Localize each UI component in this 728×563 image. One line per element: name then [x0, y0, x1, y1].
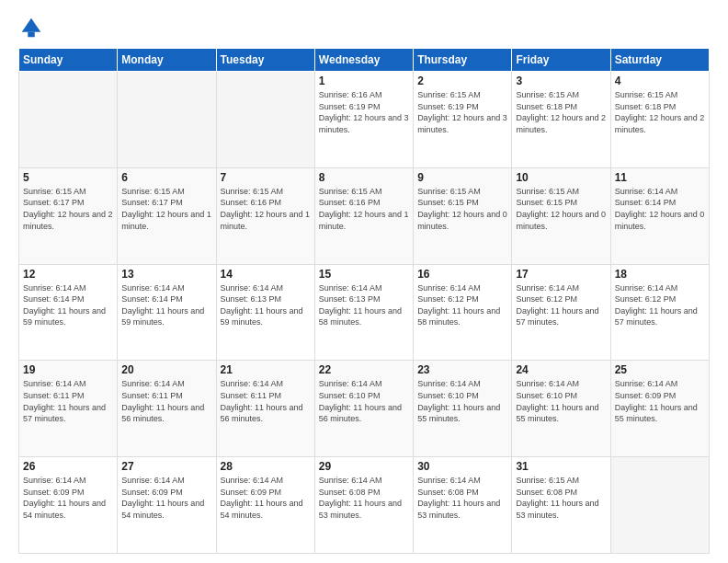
day-number: 22	[319, 363, 409, 376]
day-info: Sunrise: 6:14 AMSunset: 6:10 PMDaylight:…	[516, 378, 606, 424]
calendar-cell: 31Sunrise: 6:15 AMSunset: 6:08 PMDayligh…	[512, 457, 610, 554]
calendar-cell	[19, 72, 118, 168]
day-number: 11	[615, 171, 705, 184]
logo	[18, 15, 48, 40]
calendar-cell: 13Sunrise: 6:14 AMSunset: 6:14 PMDayligh…	[118, 264, 216, 361]
col-wednesday: Wednesday	[314, 49, 413, 72]
day-number: 28	[221, 460, 311, 473]
day-number: 8	[319, 171, 409, 184]
calendar-cell: 28Sunrise: 6:14 AMSunset: 6:09 PMDayligh…	[216, 457, 314, 554]
calendar-cell: 25Sunrise: 6:14 AMSunset: 6:09 PMDayligh…	[610, 361, 709, 457]
day-number: 3	[516, 75, 606, 87]
day-info: Sunrise: 6:14 AMSunset: 6:12 PMDaylight:…	[516, 282, 606, 328]
calendar-cell: 10Sunrise: 6:15 AMSunset: 6:15 PMDayligh…	[512, 167, 610, 264]
calendar-cell: 2Sunrise: 6:15 AMSunset: 6:19 PMDaylight…	[414, 72, 512, 168]
calendar-cell: 27Sunrise: 6:14 AMSunset: 6:09 PMDayligh…	[118, 457, 216, 554]
calendar-cell: 5Sunrise: 6:15 AMSunset: 6:17 PMDaylight…	[19, 167, 118, 264]
col-monday: Monday	[118, 49, 216, 72]
page: Sunday Monday Tuesday Wednesday Thursday…	[0, 0, 728, 563]
day-number: 26	[23, 460, 113, 473]
day-info: Sunrise: 6:14 AMSunset: 6:09 PMDaylight:…	[615, 378, 705, 424]
day-number: 20	[121, 363, 211, 376]
day-number: 9	[417, 171, 507, 184]
calendar-cell: 21Sunrise: 6:14 AMSunset: 6:11 PMDayligh…	[216, 361, 314, 457]
col-saturday: Saturday	[610, 49, 709, 72]
day-number: 27	[121, 460, 211, 473]
day-info: Sunrise: 6:14 AMSunset: 6:13 PMDaylight:…	[319, 282, 409, 328]
day-number: 15	[319, 268, 409, 281]
day-info: Sunrise: 6:15 AMSunset: 6:08 PMDaylight:…	[516, 475, 606, 521]
calendar-cell	[216, 72, 314, 168]
calendar-cell: 29Sunrise: 6:14 AMSunset: 6:08 PMDayligh…	[314, 457, 413, 554]
day-info: Sunrise: 6:14 AMSunset: 6:14 PMDaylight:…	[615, 186, 705, 232]
col-sunday: Sunday	[19, 49, 118, 72]
col-thursday: Thursday	[414, 49, 512, 72]
calendar-cell	[118, 72, 216, 168]
calendar-cell: 11Sunrise: 6:14 AMSunset: 6:14 PMDayligh…	[610, 167, 709, 264]
day-info: Sunrise: 6:14 AMSunset: 6:12 PMDaylight:…	[417, 282, 507, 328]
day-number: 16	[417, 268, 507, 281]
day-number: 18	[615, 268, 705, 281]
day-info: Sunrise: 6:14 AMSunset: 6:10 PMDaylight:…	[319, 378, 409, 424]
day-info: Sunrise: 6:15 AMSunset: 6:16 PMDaylight:…	[221, 186, 311, 232]
calendar-cell: 9Sunrise: 6:15 AMSunset: 6:15 PMDaylight…	[414, 167, 512, 264]
day-info: Sunrise: 6:15 AMSunset: 6:15 PMDaylight:…	[516, 186, 606, 232]
calendar-cell: 15Sunrise: 6:14 AMSunset: 6:13 PMDayligh…	[314, 264, 413, 361]
day-info: Sunrise: 6:14 AMSunset: 6:09 PMDaylight:…	[23, 475, 113, 521]
day-info: Sunrise: 6:16 AMSunset: 6:19 PMDaylight:…	[319, 89, 409, 135]
col-tuesday: Tuesday	[216, 49, 314, 72]
day-number: 29	[319, 460, 409, 473]
calendar-cell: 23Sunrise: 6:14 AMSunset: 6:10 PMDayligh…	[414, 361, 512, 457]
day-number: 21	[221, 363, 311, 376]
day-info: Sunrise: 6:14 AMSunset: 6:12 PMDaylight:…	[615, 282, 705, 328]
calendar-cell: 19Sunrise: 6:14 AMSunset: 6:11 PMDayligh…	[19, 361, 118, 457]
day-number: 1	[319, 75, 409, 87]
calendar-cell: 8Sunrise: 6:15 AMSunset: 6:16 PMDaylight…	[314, 167, 413, 264]
day-info: Sunrise: 6:15 AMSunset: 6:19 PMDaylight:…	[417, 89, 507, 135]
logo-icon	[18, 15, 44, 40]
calendar: Sunday Monday Tuesday Wednesday Thursday…	[18, 48, 710, 554]
day-info: Sunrise: 6:14 AMSunset: 6:13 PMDaylight:…	[221, 282, 311, 328]
calendar-cell: 1Sunrise: 6:16 AMSunset: 6:19 PMDaylight…	[314, 72, 413, 168]
day-number: 23	[417, 363, 507, 376]
day-info: Sunrise: 6:14 AMSunset: 6:10 PMDaylight:…	[417, 378, 507, 424]
day-info: Sunrise: 6:14 AMSunset: 6:14 PMDaylight:…	[121, 282, 211, 328]
calendar-cell: 7Sunrise: 6:15 AMSunset: 6:16 PMDaylight…	[216, 167, 314, 264]
calendar-cell: 14Sunrise: 6:14 AMSunset: 6:13 PMDayligh…	[216, 264, 314, 361]
calendar-week-4: 19Sunrise: 6:14 AMSunset: 6:11 PMDayligh…	[19, 361, 710, 457]
day-number: 4	[615, 75, 705, 87]
calendar-cell: 6Sunrise: 6:15 AMSunset: 6:17 PMDaylight…	[118, 167, 216, 264]
calendar-cell: 12Sunrise: 6:14 AMSunset: 6:14 PMDayligh…	[19, 264, 118, 361]
day-info: Sunrise: 6:14 AMSunset: 6:11 PMDaylight:…	[221, 378, 311, 424]
calendar-cell: 24Sunrise: 6:14 AMSunset: 6:10 PMDayligh…	[512, 361, 610, 457]
day-number: 30	[417, 460, 507, 473]
day-number: 25	[615, 363, 705, 376]
day-info: Sunrise: 6:15 AMSunset: 6:18 PMDaylight:…	[516, 89, 606, 135]
day-info: Sunrise: 6:14 AMSunset: 6:14 PMDaylight:…	[23, 282, 113, 328]
day-number: 13	[121, 268, 211, 281]
day-info: Sunrise: 6:15 AMSunset: 6:17 PMDaylight:…	[23, 186, 113, 232]
calendar-cell	[610, 457, 709, 554]
calendar-week-1: 1Sunrise: 6:16 AMSunset: 6:19 PMDaylight…	[19, 72, 710, 168]
day-number: 31	[516, 460, 606, 473]
calendar-cell: 16Sunrise: 6:14 AMSunset: 6:12 PMDayligh…	[414, 264, 512, 361]
calendar-header: Sunday Monday Tuesday Wednesday Thursday…	[19, 49, 710, 72]
calendar-cell: 20Sunrise: 6:14 AMSunset: 6:11 PMDayligh…	[118, 361, 216, 457]
day-info: Sunrise: 6:14 AMSunset: 6:08 PMDaylight:…	[319, 475, 409, 521]
day-info: Sunrise: 6:15 AMSunset: 6:17 PMDaylight:…	[121, 186, 211, 232]
calendar-cell: 17Sunrise: 6:14 AMSunset: 6:12 PMDayligh…	[512, 264, 610, 361]
day-info: Sunrise: 6:14 AMSunset: 6:09 PMDaylight:…	[121, 475, 211, 521]
day-number: 24	[516, 363, 606, 376]
calendar-cell: 4Sunrise: 6:15 AMSunset: 6:18 PMDaylight…	[610, 72, 709, 168]
calendar-cell: 18Sunrise: 6:14 AMSunset: 6:12 PMDayligh…	[610, 264, 709, 361]
header-row: Sunday Monday Tuesday Wednesday Thursday…	[19, 49, 710, 72]
day-number: 17	[516, 268, 606, 281]
calendar-cell: 3Sunrise: 6:15 AMSunset: 6:18 PMDaylight…	[512, 72, 610, 168]
day-number: 7	[221, 171, 311, 184]
day-info: Sunrise: 6:14 AMSunset: 6:09 PMDaylight:…	[221, 475, 311, 521]
day-info: Sunrise: 6:15 AMSunset: 6:16 PMDaylight:…	[319, 186, 409, 232]
col-friday: Friday	[512, 49, 610, 72]
calendar-week-5: 26Sunrise: 6:14 AMSunset: 6:09 PMDayligh…	[19, 457, 710, 554]
day-number: 6	[121, 171, 211, 184]
day-info: Sunrise: 6:14 AMSunset: 6:11 PMDaylight:…	[23, 378, 113, 424]
